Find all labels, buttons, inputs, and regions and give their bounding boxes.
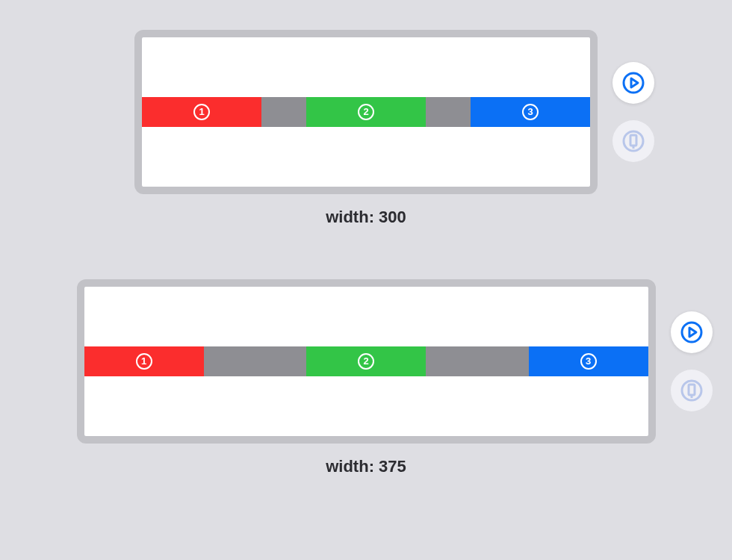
device-icon bbox=[621, 129, 645, 153]
segment-label: 1 bbox=[136, 353, 152, 370]
segment-label: 2 bbox=[358, 104, 374, 120]
play-icon bbox=[680, 320, 704, 344]
width-caption: width: 375 bbox=[326, 457, 406, 476]
segment-label: 3 bbox=[522, 104, 539, 120]
spacer-track: 1 2 3 bbox=[142, 97, 590, 127]
example-row: 1 2 3 bbox=[0, 30, 732, 227]
device-button[interactable] bbox=[612, 120, 654, 162]
width-caption: width: 300 bbox=[326, 208, 406, 227]
device-icon bbox=[680, 379, 704, 402]
play-button[interactable] bbox=[612, 62, 654, 104]
example-row: 1 2 3 bbox=[0, 279, 732, 476]
play-icon bbox=[621, 71, 645, 95]
segment-label: 2 bbox=[358, 353, 374, 370]
segment-spacer bbox=[426, 346, 529, 376]
segment-green: 2 bbox=[306, 346, 426, 376]
segment-label: 1 bbox=[193, 104, 210, 120]
segment-spacer bbox=[426, 97, 471, 127]
device-button[interactable] bbox=[671, 370, 713, 411]
device-frame: 1 2 3 bbox=[134, 30, 598, 194]
preview-controls bbox=[612, 62, 654, 162]
segment-label: 3 bbox=[580, 353, 597, 370]
segment-red: 1 bbox=[84, 346, 204, 376]
spacer-track: 1 2 3 bbox=[84, 346, 648, 376]
segment-spacer bbox=[204, 346, 307, 376]
svg-point-0 bbox=[624, 73, 643, 93]
preview-wrap: 1 2 3 bbox=[134, 30, 598, 194]
svg-rect-2 bbox=[630, 135, 636, 146]
segment-green: 2 bbox=[306, 97, 426, 127]
preview-wrap: 1 2 3 bbox=[77, 279, 656, 444]
play-button[interactable] bbox=[671, 311, 713, 353]
svg-rect-6 bbox=[689, 385, 695, 395]
segment-red: 1 bbox=[142, 97, 261, 127]
segment-spacer bbox=[261, 97, 306, 127]
svg-point-4 bbox=[682, 323, 701, 342]
segment-blue: 3 bbox=[471, 97, 590, 127]
preview-controls bbox=[671, 311, 713, 411]
segment-blue: 3 bbox=[529, 346, 648, 376]
device-frame: 1 2 3 bbox=[77, 279, 656, 444]
